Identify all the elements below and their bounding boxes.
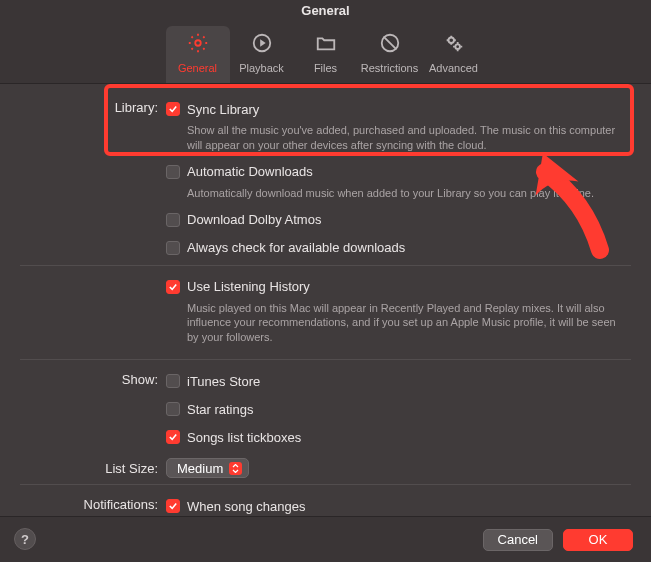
ok-button[interactable]: OK — [563, 529, 633, 551]
dolby-atmos-label: Download Dolby Atmos — [187, 212, 321, 227]
dialog-footer: ? Cancel OK — [0, 516, 651, 562]
gear-icon — [166, 32, 230, 57]
svg-point-4 — [455, 44, 460, 49]
listening-history-label: Use Listening History — [187, 279, 310, 294]
song-changes-label: When song changes — [187, 499, 306, 514]
play-icon — [230, 32, 294, 57]
preferences-toolbar: General Playback Files Restrictions Adva… — [0, 22, 651, 84]
help-button[interactable]: ? — [14, 528, 36, 550]
list-size-select[interactable]: Medium — [166, 458, 249, 478]
automatic-downloads-description: Automatically download music when added … — [166, 183, 631, 209]
cancel-button[interactable]: Cancel — [483, 529, 553, 551]
notifications-section-label: Notifications: — [20, 495, 166, 512]
divider — [20, 265, 631, 266]
svg-point-0 — [195, 40, 201, 46]
listening-history-checkbox[interactable] — [166, 280, 180, 294]
star-ratings-checkbox[interactable] — [166, 402, 180, 416]
list-size-value: Medium — [177, 461, 223, 476]
sync-library-description: Show all the music you've added, purchas… — [166, 120, 631, 161]
check-downloads-checkbox[interactable] — [166, 241, 180, 255]
chevron-up-down-icon — [229, 462, 242, 475]
automatic-downloads-label: Automatic Downloads — [187, 164, 313, 179]
gears-icon — [422, 32, 486, 57]
preferences-content: Library: Sync Library Show all the music… — [0, 84, 651, 517]
library-section-label: Library: — [20, 98, 166, 115]
songs-tickboxes-label: Songs list tickboxes — [187, 430, 301, 445]
tab-label: General — [178, 62, 217, 74]
listening-history-description: Music played on this Mac will appear in … — [166, 298, 631, 354]
dolby-atmos-checkbox[interactable] — [166, 213, 180, 227]
tab-advanced[interactable]: Advanced — [422, 26, 486, 83]
check-downloads-label: Always check for available downloads — [187, 240, 405, 255]
songs-tickboxes-checkbox[interactable] — [166, 430, 180, 444]
divider — [20, 359, 631, 360]
tab-files[interactable]: Files — [294, 26, 358, 83]
song-changes-checkbox[interactable] — [166, 499, 180, 513]
tab-label: Restrictions — [361, 62, 418, 74]
tab-general[interactable]: General — [166, 26, 230, 83]
divider — [20, 484, 631, 485]
svg-point-3 — [448, 38, 454, 44]
window-title: General — [0, 0, 651, 22]
list-size-label: List Size: — [20, 461, 166, 476]
folder-icon — [294, 32, 358, 57]
tab-playback[interactable]: Playback — [230, 26, 294, 83]
tab-restrictions[interactable]: Restrictions — [358, 26, 422, 83]
star-ratings-label: Star ratings — [187, 402, 253, 417]
itunes-store-checkbox[interactable] — [166, 374, 180, 388]
automatic-downloads-checkbox[interactable] — [166, 165, 180, 179]
itunes-store-label: iTunes Store — [187, 374, 260, 389]
sync-library-label: Sync Library — [187, 102, 259, 117]
sync-library-checkbox[interactable] — [166, 102, 180, 116]
tab-label: Playback — [239, 62, 284, 74]
no-entry-icon — [358, 32, 422, 57]
tab-label: Advanced — [429, 62, 478, 74]
show-section-label: Show: — [20, 370, 166, 387]
tab-label: Files — [314, 62, 337, 74]
